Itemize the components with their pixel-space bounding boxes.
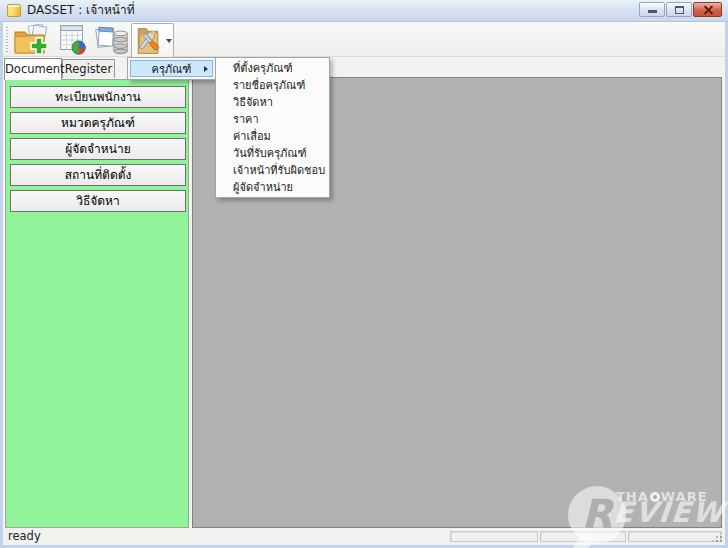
submenu-item-responsible-officer[interactable]: เจ้าหน้าที่รับผิดชอบ [216, 162, 329, 179]
database-icon [94, 24, 130, 56]
sidebar-panel: ทะเบียนพนักงาน หมวดครุภัณฑ์ ผู้จัดจำหน่า… [5, 79, 189, 528]
add-document-button[interactable] [12, 23, 52, 57]
add-document-icon [13, 24, 51, 56]
report-button[interactable] [54, 23, 92, 57]
report-icon [55, 24, 91, 56]
minimize-button[interactable] [639, 2, 665, 17]
app-icon [7, 4, 21, 17]
submenu-item-procurement-method[interactable]: วิธีจัดหา [216, 94, 329, 111]
sidebar-button-equipment-category[interactable]: หมวดครุภัณฑ์ [10, 112, 186, 134]
tab-register[interactable]: Register [62, 59, 115, 79]
chevron-down-icon [166, 39, 172, 43]
sidebar-button-vendor[interactable]: ผู้จัดจำหน่าย [10, 138, 186, 160]
statusbar: ready [3, 528, 725, 545]
submenu-arrow-icon [204, 66, 208, 72]
minimize-icon [648, 10, 657, 13]
maximize-icon [675, 6, 684, 14]
tools-icon [133, 25, 163, 57]
status-cell [450, 531, 538, 542]
app-window: DASSET : เจ้าหน้าที่ [0, 0, 728, 548]
status-cell [628, 531, 721, 542]
status-cell [540, 531, 626, 542]
database-button[interactable] [93, 23, 131, 57]
toolbar [3, 22, 725, 57]
tab-document[interactable]: Document [4, 58, 62, 80]
menu-item-equipment[interactable]: ครุภัณฑ์ [130, 60, 213, 77]
submenu-item-depreciation[interactable]: ค่าเสื่อม [216, 128, 329, 145]
equipment-submenu: ที่ตั้งครุภัณฑ์ รายชื่อครุภัณฑ์ วิธีจัดห… [215, 57, 330, 198]
titlebar[interactable]: DASSET : เจ้าหน้าที่ [0, 0, 728, 22]
window-border [0, 22, 3, 545]
sidebar-button-employee-register[interactable]: ทะเบียนพนักงาน [10, 86, 186, 108]
submenu-item-received-date[interactable]: วันที่รับครุภัณฑ์ [216, 145, 329, 162]
status-text: ready [8, 528, 41, 545]
sidebar-button-procurement-method[interactable]: วิธีจัดหา [10, 190, 186, 212]
submenu-item-price[interactable]: ราคา [216, 111, 329, 128]
window-title: DASSET : เจ้าหน้าที่ [27, 0, 135, 21]
tools-dropdown-menu: ครุภัณฑ์ [127, 57, 216, 80]
window-controls [639, 2, 722, 17]
resize-grip[interactable] [720, 540, 722, 542]
sidebar-button-install-location[interactable]: สถานที่ติดตั้ง [10, 164, 186, 186]
toolbar-grip-handle[interactable] [6, 27, 8, 52]
submenu-item-equipment-location[interactable]: ที่ตั้งครุภัณฑ์ [216, 60, 329, 77]
submenu-item-distributor[interactable]: ผู้จัดจำหน่าย [216, 179, 329, 196]
close-button[interactable] [693, 2, 722, 17]
submenu-item-equipment-list[interactable]: รายชื่อครุภัณฑ์ [216, 77, 329, 94]
tools-button[interactable] [131, 23, 174, 57]
maximize-button[interactable] [666, 2, 692, 17]
menu-item-equipment-label: ครุภัณฑ์ [152, 60, 192, 78]
